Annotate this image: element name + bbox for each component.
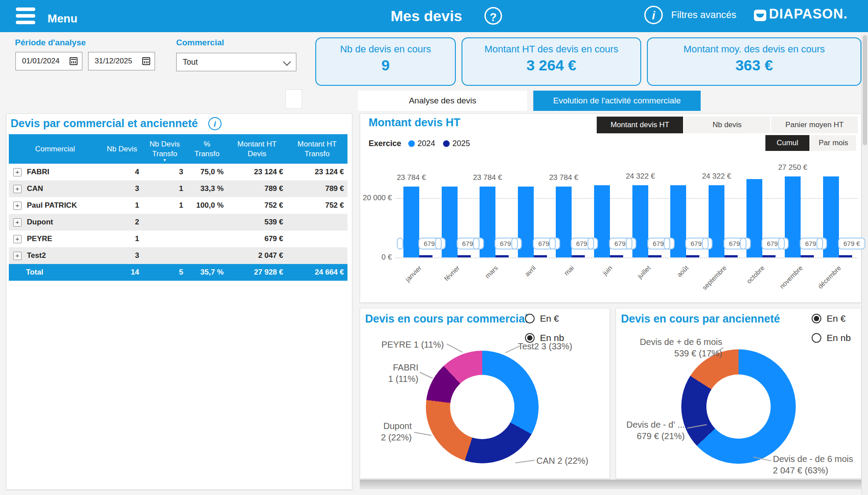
cell-pct_transfo: 33,3 %: [187, 180, 227, 197]
date-from-input[interactable]: 01/01/2024: [15, 52, 82, 70]
bar-2025-label-frag: [626, 238, 632, 249]
legend-item-2025[interactable]: 2025: [443, 139, 470, 148]
date-to-input[interactable]: 31/12/2025: [88, 52, 155, 70]
info-icon[interactable]: i: [644, 6, 663, 24]
calendar-icon[interactable]: [142, 57, 150, 65]
donut1-label-peyre: PEYRE 1 (11%): [366, 339, 444, 350]
col-header-nb-devis[interactable]: Nb Devis: [101, 134, 143, 164]
bar-2025-juin[interactable]: [610, 255, 623, 257]
cell-commercial: Total: [26, 268, 43, 277]
metric-button-nb-devis[interactable]: Nb devis: [684, 117, 770, 133]
donut1-label-dupont: Dupont2 (22%): [359, 420, 412, 443]
table-row[interactable]: Dupont2539 €: [9, 214, 347, 231]
table-total-row[interactable]: Total14535,7 %27 928 €24 664 €: [9, 264, 347, 281]
cell-pct_transfo: 35,7 %: [187, 264, 227, 281]
vertical-scrollbar[interactable]: [861, 33, 868, 495]
kpi-value: 363 €: [648, 57, 861, 74]
expand-row-icon[interactable]: [13, 168, 22, 176]
donut1-radio-en-euro[interactable]: En €: [525, 313, 559, 324]
advanced-filters-button[interactable]: Filtres avancés: [671, 9, 736, 21]
bar-2025-août[interactable]: [686, 255, 699, 257]
cell-nb_devis: 1: [101, 197, 143, 214]
table-info-icon[interactable]: i: [208, 117, 222, 130]
bar-2025-value-label: 679 €: [838, 238, 865, 249]
expand-row-icon[interactable]: [13, 185, 22, 193]
expand-row-icon[interactable]: [13, 202, 22, 210]
calendar-icon[interactable]: [70, 57, 78, 65]
donut-chart-anciennete[interactable]: [681, 349, 796, 464]
expand-row-icon[interactable]: [13, 218, 22, 227]
metric-button-montant-devis-ht[interactable]: Montant devis HT: [597, 117, 683, 133]
col-header-montant-devis[interactable]: Montant HTDevis: [227, 134, 287, 164]
cell-montant_ht_transfo: [287, 247, 347, 264]
donut2-radio-en-nb[interactable]: En nb: [812, 333, 851, 343]
donut2-label-plus-6-mois: Devis de + de 6 mois539 € (17%): [621, 336, 722, 359]
cell-montant_ht_devis: 752 €: [227, 197, 287, 214]
bar-value-label: 23 784 €: [454, 173, 521, 182]
top-header-bar: Menu Mes devis ? i Filtres avancés DIAPA…: [0, 0, 868, 32]
commercial-dropdown[interactable]: Tout: [176, 53, 296, 71]
legend-dot-2025: [443, 140, 450, 147]
bar-2025-décembre[interactable]: [839, 255, 852, 257]
help-icon[interactable]: ?: [484, 7, 502, 25]
donut2-radio-en-euro[interactable]: En €: [812, 313, 846, 324]
radio-label: En €: [540, 313, 559, 324]
bar-value-label: 23 784 €: [378, 173, 444, 182]
bar-2025-label-frag: [740, 238, 746, 249]
table-row[interactable]: PEYRE1679 €: [9, 231, 347, 247]
donut2-label-moins-6-mois: Devis de - de 6 mois2 047 € (63%): [773, 453, 853, 476]
cell-nb_devis_transfo: 1: [143, 180, 187, 197]
radio-icon-selected[interactable]: [812, 314, 821, 323]
table-row[interactable]: FABRI4375,0 %23 124 €23 124 €: [9, 164, 347, 180]
col-header-commercial[interactable]: Commercial: [9, 134, 101, 164]
radio-icon[interactable]: [812, 333, 821, 343]
bar-2025-mai[interactable]: [572, 255, 585, 257]
metric-button-panier-moyen[interactable]: Panier moyen HT: [771, 117, 858, 133]
table-row[interactable]: Paul PATRICK11100,0 %752 €752 €: [9, 197, 347, 214]
bar-2025-septembre[interactable]: [724, 255, 738, 257]
cell-montant_ht_transfo: [287, 214, 347, 231]
cell-montant_ht_devis: 789 €: [227, 180, 287, 197]
cell-pct_transfo: [187, 231, 227, 247]
hamburger-menu-icon[interactable]: [16, 7, 36, 26]
bar-2024-janvier[interactable]: [403, 187, 419, 257]
bar-2025-label-frag: [511, 238, 518, 249]
cell-commercial: Test2: [27, 251, 46, 260]
tab-analyse-des-devis[interactable]: Analyse des devis: [358, 91, 527, 111]
radio-icon[interactable]: [525, 314, 535, 323]
bar-2025-novembre[interactable]: [801, 255, 814, 257]
legend-item-2024[interactable]: 2024: [408, 139, 435, 148]
table-row[interactable]: Test232 047 €: [9, 247, 347, 264]
bar-2025-label-frag: [816, 238, 823, 249]
mode-button-par-mois[interactable]: Par mois: [811, 135, 856, 151]
tab-evolution-activite[interactable]: Evolution de l'activité commerciale: [533, 91, 701, 111]
scrollbar-thumb[interactable]: [863, 35, 867, 145]
col-header-pct-transfo[interactable]: %Transfo: [187, 134, 227, 164]
mode-button-cumul[interactable]: Cumul: [765, 135, 809, 151]
cell-montant_ht_transfo: [287, 231, 347, 247]
table-row[interactable]: CAN3133,3 %789 €789 €: [9, 180, 347, 197]
kpi-label: Montant HT des devis en cours: [462, 44, 640, 55]
brand-name: DIAPASON.: [769, 6, 848, 22]
menu-label[interactable]: Menu: [48, 12, 78, 26]
horizontal-scrollbar[interactable]: [360, 480, 868, 489]
bar-2025-janvier[interactable]: [419, 255, 432, 257]
bar-2025-label-frag: [473, 238, 480, 249]
expand-row-icon[interactable]: [13, 235, 22, 243]
donut-chart-commercial[interactable]: [426, 351, 539, 463]
bar-2025-avril[interactable]: [534, 255, 547, 257]
bar-2025-octobre[interactable]: [762, 255, 776, 257]
col-header-montant-transfo[interactable]: Montant HTTransfo: [287, 134, 347, 164]
bar-2025-mars[interactable]: [495, 255, 509, 257]
page-title: Mes devis: [391, 7, 462, 25]
expand-row-icon[interactable]: [13, 252, 22, 260]
cell-pct_transfo: 75,0 %: [187, 164, 227, 180]
bar-2025-février[interactable]: [458, 255, 471, 257]
kpi-value: 9: [316, 57, 455, 74]
tab-label: Evolution de l'activité commerciale: [553, 96, 681, 106]
cell-montant_ht_transfo: 24 664 €: [287, 264, 347, 281]
donut1-label-can: CAN 2 (22%): [536, 455, 588, 466]
sort-desc-icon: ▼: [163, 158, 167, 163]
bar-2025-juillet[interactable]: [648, 255, 661, 257]
col-header-nb-devis-transfo[interactable]: Nb DevisTransfo▼: [143, 134, 187, 164]
